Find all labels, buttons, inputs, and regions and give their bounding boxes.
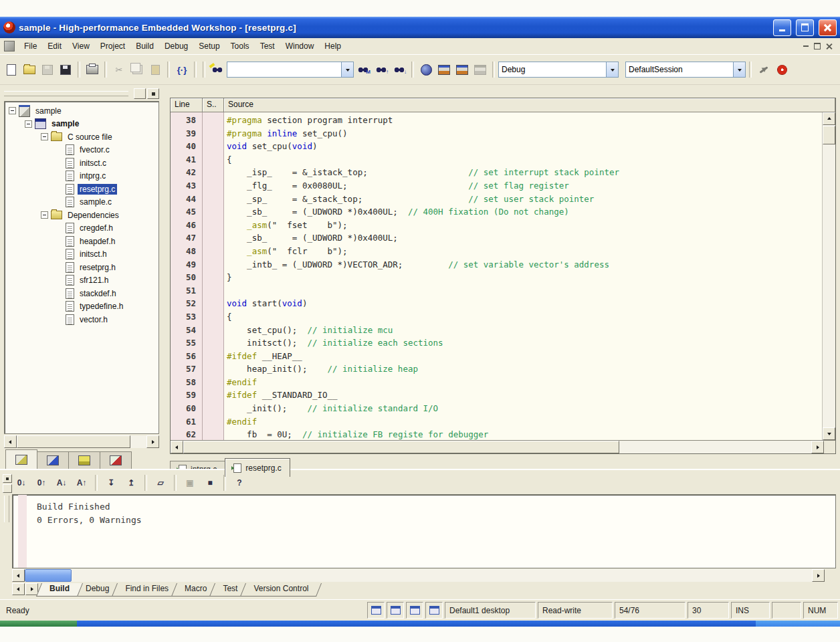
code-area[interactable]: #pragma section program interrupt#pragma… [224,112,822,440]
menu-setup[interactable]: Setup [193,39,225,53]
menu-test[interactable]: Test [255,39,280,53]
tree-item-resetprg-h[interactable]: resetprg.h [9,261,159,274]
mdi-close-button[interactable] [826,43,832,49]
open-file-button[interactable] [21,62,38,78]
clear-window-button[interactable]: ▱ [151,475,170,490]
tree-expander-icon[interactable] [41,133,48,140]
copy-button[interactable] [128,62,146,78]
status-window-button-2[interactable] [387,602,404,619]
find-dropdown-button[interactable] [341,62,353,77]
find-up-button[interactable]: ↑ [373,62,390,78]
menu-window[interactable]: Window [280,39,320,53]
mdi-restore-button[interactable] [814,43,821,49]
output-tab-version-control[interactable]: Version Control [243,583,319,597]
menu-tools[interactable]: Tools [225,39,255,53]
output-horizontal-scrollbar[interactable] [12,569,836,582]
find-next-button[interactable]: M [354,62,372,78]
workspace-tab-navigation[interactable] [68,451,100,469]
workspace-horizontal-scrollbar[interactable] [4,435,159,448]
save-all-button[interactable] [57,62,74,78]
scroll-up-button[interactable] [823,112,835,125]
match-braces-button[interactable]: {·} [173,62,191,78]
tabs-scroll-right-button[interactable] [25,583,38,595]
print-button[interactable] [84,62,101,78]
tree-item-vector-h[interactable]: vector.h [9,313,159,326]
tabs-scroll-left-button[interactable] [12,583,25,595]
errors-up-button[interactable]: 0↑ [32,475,51,490]
jump-down-button[interactable]: ↧ [102,475,120,490]
tree-item-sample-c[interactable]: sample.c [9,196,159,209]
scrollbar-thumb[interactable] [25,569,72,582]
tree-item-heapdef-h[interactable]: heapdef.h [9,235,159,248]
workspace-tab-projects[interactable] [5,449,37,469]
tree-item-dependencies[interactable]: Dependencies [9,209,159,222]
paste-button[interactable] [146,62,164,78]
tree-expander-icon[interactable] [41,211,48,219]
build-button[interactable] [435,62,453,78]
compile-file-button[interactable] [417,62,435,78]
scrollbar-thumb[interactable] [823,126,835,144]
new-file-button[interactable] [3,62,20,78]
find-down-button[interactable]: ↓ [391,62,408,78]
build-all-button[interactable] [453,62,471,78]
find-combobox[interactable] [227,62,354,78]
restore-button[interactable] [796,19,814,36]
output-tab-build[interactable]: Build [39,583,80,597]
project-tree[interactable]: samplesampleC source filefvector.cinitsc… [4,101,159,434]
scrollbar-thumb[interactable] [183,441,619,453]
tree-expander-icon[interactable] [9,107,16,114]
workspace-grip[interactable] [4,88,159,100]
start-button-sliver[interactable] [0,621,77,627]
tree-expander-icon[interactable] [25,120,32,128]
scroll-right-button[interactable] [811,441,824,453]
workspace-tab-test[interactable] [100,451,132,469]
copy-button[interactable]: ▣ [181,475,199,490]
tree-item-typedefine-h[interactable]: typedefine.h [9,300,159,314]
mdi-minimize-button[interactable] [803,45,809,47]
mdi-document-icon[interactable] [4,41,15,51]
panel-splitter[interactable] [159,85,165,469]
find-setup-button[interactable] [209,62,226,78]
tree-item-resetprg-c[interactable]: resetprg.c [9,183,159,196]
minimize-button[interactable] [773,19,791,36]
save-button[interactable]: ■ [201,475,219,490]
launch-debugger-button[interactable] [755,62,772,78]
status-window-button-4[interactable] [425,602,443,619]
alpha-down-button[interactable]: A↓ [52,475,71,490]
menu-view[interactable]: View [67,39,95,53]
jump-up-button[interactable]: ↥ [122,475,140,490]
tree-item-stackdef-h[interactable]: stackdef.h [9,287,159,300]
menu-help[interactable]: Help [319,39,346,53]
tree-item-c-source-file[interactable]: C source file [9,130,159,144]
editor-vertical-scrollbar[interactable] [822,112,835,440]
editor-tab-resetprg-c[interactable]: resetprg.c [225,458,290,477]
tree-item-sample[interactable]: sample [9,104,159,118]
scroll-right-button[interactable] [812,569,825,582]
session-dropdown-button[interactable] [733,62,745,77]
tree-item-cregdef-h[interactable]: cregdef.h [9,222,159,235]
scroll-left-button[interactable] [171,441,183,453]
stop-build-button[interactable] [471,62,489,78]
menu-edit[interactable]: Edit [42,39,67,53]
tree-item-initsct-c[interactable]: initsct.c [9,156,159,170]
menu-debug[interactable]: Debug [159,39,193,53]
errors-down-button[interactable]: 0↓ [12,475,31,490]
status-window-button-3[interactable] [406,602,423,619]
alpha-up-button[interactable]: A↑ [72,475,91,490]
cut-button[interactable]: ✂ [110,62,128,78]
menu-project[interactable]: Project [95,39,130,53]
tree-item-sample[interactable]: sample [9,118,159,131]
editor-horizontal-scrollbar[interactable] [171,440,835,453]
workspace-pin-button[interactable] [134,88,146,99]
save-file-button[interactable] [39,62,56,78]
scroll-down-button[interactable] [823,427,835,440]
output-pin-button[interactable] [3,474,12,483]
build-configuration-combobox[interactable]: Debug [498,62,619,78]
scrollbar-thumb[interactable] [17,435,130,448]
build-output[interactable]: Build Finished0 Errors, 0 Warnings [12,494,836,568]
configuration-dropdown-button[interactable] [606,62,618,77]
scroll-left-button[interactable] [12,569,25,582]
tree-item-initsct-h[interactable]: initsct.h [9,248,159,261]
tree-item-fvector-c[interactable]: fvector.c [9,144,159,157]
close-button[interactable] [819,19,837,36]
